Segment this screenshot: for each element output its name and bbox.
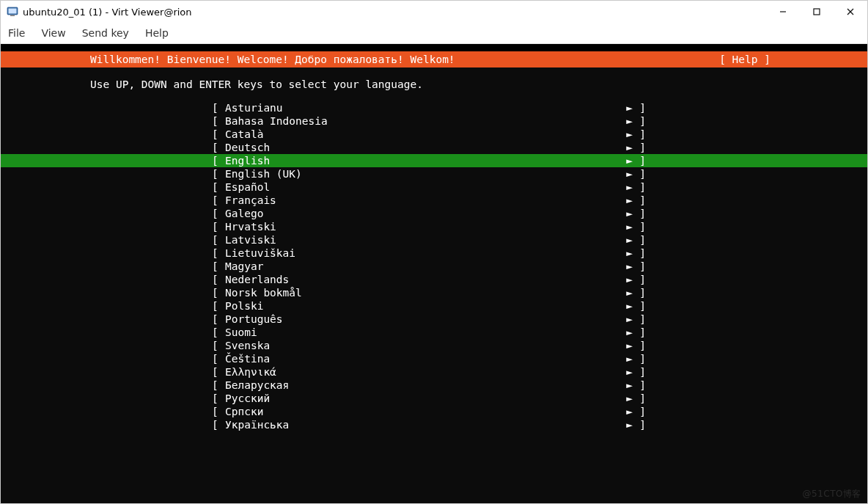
language-option[interactable]: [ Српски► ] [1,405,867,418]
language-option[interactable]: [ Svenska► ] [1,339,867,352]
language-option[interactable]: [ Čeština► ] [1,352,867,365]
svg-rect-1 [9,9,17,14]
left-bracket: [ [212,379,225,392]
language-option[interactable]: [ English► ] [1,154,867,167]
left-bracket: [ [212,365,225,379]
submenu-arrow-icon: ► [622,352,633,365]
right-bracket: ] [633,299,646,313]
language-name: English (UK) [225,167,622,180]
language-option[interactable]: [ Magyar► ] [1,260,867,273]
submenu-arrow-icon: ► [622,246,633,260]
submenu-arrow-icon: ► [622,260,633,273]
menu-sendkey[interactable]: Send key [82,27,129,39]
right-bracket: ] [633,167,646,180]
language-option[interactable]: [ Asturianu► ] [1,101,867,114]
right-bracket: ] [633,207,646,220]
titlebar: ubuntu20_01 (1) - Virt Viewer@rion [1,1,867,23]
left-bracket: [ [212,141,225,154]
menu-view[interactable]: View [41,27,65,39]
instruction-text: Use UP, DOWN and ENTER keys to select yo… [1,67,867,101]
language-name: Lietuviškai [225,246,622,260]
language-option[interactable]: [ Català► ] [1,128,867,141]
right-bracket: ] [633,114,646,128]
minimize-button[interactable] [766,1,800,23]
submenu-arrow-icon: ► [622,128,633,141]
help-button[interactable]: [ Help ] [719,53,867,66]
right-bracket: ] [633,194,646,207]
menu-file[interactable]: File [8,27,25,39]
submenu-arrow-icon: ► [622,154,633,167]
left-bracket: [ [212,180,225,194]
left-bracket: [ [212,405,225,418]
left-bracket: [ [212,392,225,405]
welcome-text: Willkommen! Bienvenue! Welcome! Добро по… [1,53,455,66]
menu-help[interactable]: Help [145,27,169,39]
submenu-arrow-icon: ► [622,114,633,128]
left-bracket: [ [212,286,225,299]
submenu-arrow-icon: ► [622,313,633,326]
submenu-arrow-icon: ► [622,405,633,418]
guest-top-margin [1,44,867,51]
language-name: Українська [225,418,622,431]
submenu-arrow-icon: ► [622,326,633,339]
submenu-arrow-icon: ► [622,392,633,405]
submenu-arrow-icon: ► [622,365,633,379]
close-button[interactable] [834,1,867,23]
left-bracket: [ [212,260,225,273]
submenu-arrow-icon: ► [622,180,633,194]
language-option[interactable]: [ Ελληνικά► ] [1,365,867,379]
language-name: Español [225,180,622,194]
language-name: Ελληνικά [225,365,622,379]
submenu-arrow-icon: ► [622,379,633,392]
language-option[interactable]: [ Español► ] [1,180,867,194]
right-bracket: ] [633,220,646,233]
right-bracket: ] [633,273,646,286]
submenu-arrow-icon: ► [622,286,633,299]
left-bracket: [ [212,114,225,128]
language-option[interactable]: [ Português► ] [1,313,867,326]
language-option[interactable]: [ Русский► ] [1,392,867,405]
right-bracket: ] [633,352,646,365]
language-option[interactable]: [ Українська► ] [1,418,867,431]
guest-display[interactable]: Willkommen! Bienvenue! Welcome! Добро по… [1,44,867,503]
installer-header: Willkommen! Bienvenue! Welcome! Добро по… [1,51,867,67]
language-option[interactable]: [ Polski► ] [1,299,867,313]
right-bracket: ] [633,379,646,392]
language-option[interactable]: [ Latviski► ] [1,233,867,246]
language-option[interactable]: [ Lietuviškai► ] [1,246,867,260]
app-window: ubuntu20_01 (1) - Virt Viewer@rion File … [0,0,868,504]
language-option[interactable]: [ Français► ] [1,194,867,207]
right-bracket: ] [633,141,646,154]
left-bracket: [ [212,326,225,339]
virt-viewer-icon [7,6,18,18]
submenu-arrow-icon: ► [622,339,633,352]
right-bracket: ] [633,246,646,260]
language-name: Svenska [225,339,622,352]
language-option[interactable]: [ Deutsch► ] [1,141,867,154]
language-option[interactable]: [ Hrvatski► ] [1,220,867,233]
left-bracket: [ [212,220,225,233]
language-option[interactable]: [ Nederlands► ] [1,273,867,286]
language-option[interactable]: [ Беларуская► ] [1,379,867,392]
submenu-arrow-icon: ► [622,418,633,431]
left-bracket: [ [212,352,225,365]
language-option[interactable]: [ Galego► ] [1,207,867,220]
left-bracket: [ [212,233,225,246]
left-bracket: [ [212,418,225,431]
language-name: Nederlands [225,273,622,286]
left-bracket: [ [212,167,225,180]
submenu-arrow-icon: ► [622,220,633,233]
maximize-button[interactable] [800,1,834,23]
submenu-arrow-icon: ► [622,233,633,246]
language-name: Čeština [225,352,622,365]
submenu-arrow-icon: ► [622,273,633,286]
language-option[interactable]: [ Bahasa Indonesia► ] [1,114,867,128]
language-option[interactable]: [ Suomi► ] [1,326,867,339]
submenu-arrow-icon: ► [622,167,633,180]
language-name: Norsk bokmål [225,286,622,299]
language-list[interactable]: [ Asturianu► ][ Bahasa Indonesia► ][ Cat… [1,101,867,431]
installer-body: Use UP, DOWN and ENTER keys to select yo… [1,67,867,503]
language-option[interactable]: [ Norsk bokmål► ] [1,286,867,299]
language-name: Português [225,313,622,326]
language-option[interactable]: [ English (UK)► ] [1,167,867,180]
